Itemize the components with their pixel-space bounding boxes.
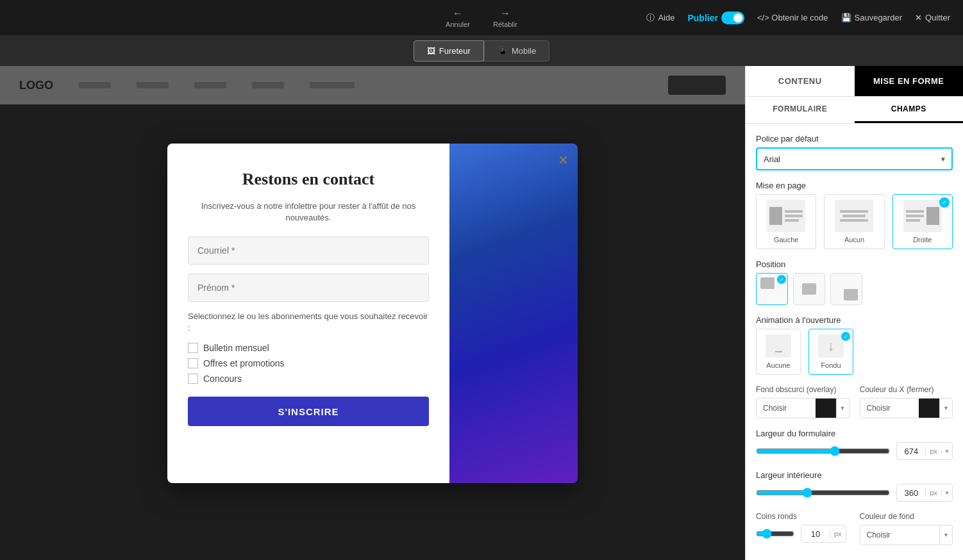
checkbox-concours[interactable]: Concours [188,374,429,384]
pos-tl-inner [760,277,775,289]
mobile-label: Mobile [512,46,536,56]
largeur-interieure-label: Largeur intérieure [756,470,953,480]
modal-close-button[interactable]: ✕ [558,152,569,168]
checkbox-bulletin[interactable]: Bulletin mensuel [188,343,429,353]
fond-obscurci-choisir[interactable]: Choisir [757,404,816,413]
layout-aucun[interactable]: Aucun [824,194,884,249]
save-button[interactable]: 💾 Sauvegarder [841,13,902,22]
anim-aucune-label: Aucune [766,361,790,369]
fond-obscurci-swatch[interactable] [816,398,836,418]
layout-droite[interactable]: ✓ Droite [892,194,953,249]
tab-contenu[interactable]: CONTENU [746,66,855,96]
position-center[interactable] [793,273,825,305]
modal-overlay: ✕ Restons en contact Inscrivez-vous à no… [0,66,745,560]
line1 [785,210,803,213]
quit-button[interactable]: ✕ Quitter [915,13,950,22]
line-d2 [906,215,924,217]
fond-obscurci-label: Fond obscurci (overlay) [756,385,850,394]
position-top-left[interactable]: ✓ [756,273,788,305]
mise-en-page-section: Mise en page [756,181,953,249]
largeur-interieure-slider-row: 360 px ▼ [756,484,953,502]
get-code-label: </> Obtenir le code [757,13,828,22]
couleur-fond-picker: Choisir ▼ [860,525,953,545]
prenom-input[interactable] [188,274,429,302]
undo-button[interactable]: ← Annuler [434,4,482,32]
coins-ronds-value: 10 [801,529,830,539]
layout-droite-check: ✓ [939,197,950,208]
desktop-device-button[interactable]: 🖼 Fureteur [414,40,484,62]
largeur-formulaire-section: Largeur du formulaire 674 px ▼ [756,429,953,460]
checkbox-offres-label: Offres et promotions [203,358,285,368]
position-section: Position ✓ [756,259,953,305]
modal-image-panel [449,144,578,483]
anim-fondu-label: Fondu [821,361,841,369]
couleur-x-label: Couleur du X (fermer) [860,385,953,394]
couleur-x-picker: Choisir ▼ [860,398,953,418]
couleur-fond-choisir[interactable]: Choisir [860,531,940,539]
largeur-interieure-value-box: 360 px ▼ [896,484,953,502]
redo-label: Rétablir [493,21,517,28]
toolbar: ← Annuler → Rétablir ⓘ Aide Publier </> … [0,0,963,35]
sub-tab-formulaire[interactable]: FORMULAIRE [746,97,855,123]
help-button[interactable]: ⓘ Aide [646,12,674,24]
mobile-device-button[interactable]: 📱 Mobile [484,40,549,62]
couleur-x-swatch[interactable] [919,398,939,418]
anim-fondu-check: ✓ [841,332,850,341]
line2 [785,215,803,217]
couleur-x-choisir[interactable]: Choisir [860,404,919,413]
couleur-fond-label: Couleur de fond [860,512,953,521]
animation-label: Animation à l'ouverture [756,315,953,325]
anim-fondu[interactable]: ✓ ↓ Fondu [808,329,853,375]
couleur-x-group: Couleur du X (fermer) Choisir ▼ [860,385,953,418]
position-bottom-right[interactable] [830,273,862,305]
layout-aucun-label: Aucun [844,236,864,243]
layout-droite-lines [906,207,924,225]
largeur-formulaire-stepper[interactable]: ▼ [941,449,952,454]
pos-tl-icon-wrap [757,274,787,304]
get-code-button[interactable]: </> Obtenir le code [757,13,828,22]
email-input[interactable] [188,236,429,265]
coins-ronds-value-box: 10 px [801,525,846,543]
publish-toggle[interactable] [721,12,744,24]
police-select-wrapper: Arial Helvetica Times New Roman Georgia [756,147,953,170]
checkbox-concours-label: Concours [203,374,242,384]
couleur-fond-arrow[interactable]: ▼ [939,525,952,545]
device-bar: 🖼 Fureteur 📱 Mobile [0,35,963,66]
police-select[interactable]: Arial Helvetica Times New Roman Georgia [756,147,953,170]
coins-ronds-slider[interactable] [756,529,794,539]
redo-button[interactable]: → Rétablir [482,4,529,32]
couleur-fond-group: Couleur de fond Choisir ▼ [860,512,953,545]
checkbox-offres-input[interactable] [188,358,198,368]
line-d3 [906,219,920,222]
toolbar-right-actions: ⓘ Aide Publier </> Obtenir le code 💾 Sau… [646,12,950,24]
checkbox-offres[interactable]: Offres et promotions [188,358,429,368]
checkbox-concours-input[interactable] [188,374,198,384]
position-label: Position [756,259,953,269]
largeur-formulaire-value-box: 674 px ▼ [896,442,953,460]
layout-droite-icon [903,200,942,232]
mise-en-page-label: Mise en page [756,181,953,190]
couleur-x-arrow[interactable]: ▼ [939,399,952,418]
animation-section: Animation à l'ouverture ⎯ Aucune ✓ ↓ Fon… [756,315,953,375]
pos-br-icon-wrap [831,274,862,304]
undo-label: Annuler [446,21,470,28]
line3 [785,219,799,222]
largeur-interieure-stepper[interactable]: ▼ [941,490,952,496]
layout-gauche-icon [767,200,805,232]
tab-mise-en-forme[interactable]: MISE EN FORME [855,66,964,96]
sub-tab-champs[interactable]: CHAMPS [855,97,964,123]
layout-gauche[interactable]: Gauche [756,194,816,249]
redo-icon: → [500,8,510,19]
save-label: Sauvegarder [855,13,902,22]
help-icon: ⓘ [646,12,655,24]
color-row: Fond obscurci (overlay) Choisir ▼ Couleu… [756,385,953,418]
checkbox-bulletin-input[interactable] [188,343,198,353]
fond-obscurci-arrow[interactable]: ▼ [836,399,849,418]
submit-button[interactable]: S'INSCRIRE [188,397,429,426]
largeur-interieure-slider[interactable] [756,488,890,498]
largeur-formulaire-slider[interactable] [756,446,890,456]
layout-gauche-lines [785,207,803,225]
anim-aucune[interactable]: ⎯ Aucune [756,329,801,375]
line-a3 [840,219,868,222]
publish-button[interactable]: Publier [687,12,744,24]
